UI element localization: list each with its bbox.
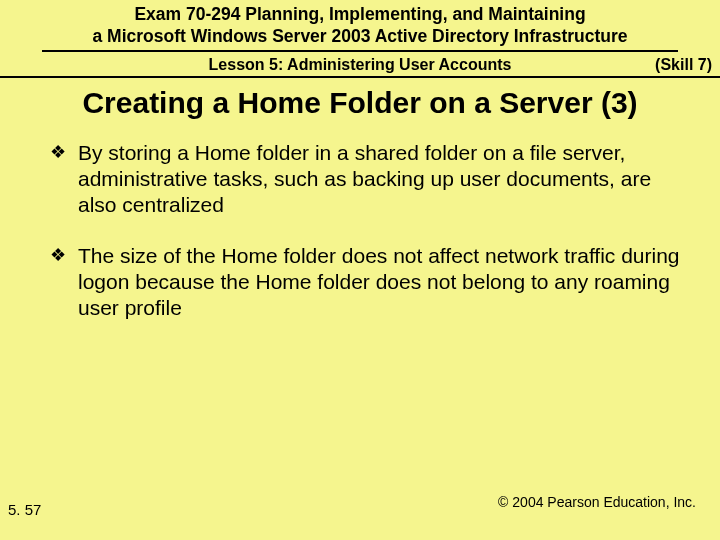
list-item: ❖ The size of the Home folder does not a…	[50, 243, 680, 322]
copyright-text: © 2004 Pearson Education, Inc.	[498, 494, 696, 510]
slide-header: Exam 70-294 Planning, Implementing, and …	[0, 0, 720, 52]
bullet-list: ❖ By storing a Home folder in a shared f…	[50, 140, 680, 322]
header-line2: a Microsoft Windows Server 2003 Active D…	[92, 26, 627, 50]
slide-title: Creating a Home Folder on a Server (3)	[0, 86, 720, 120]
diamond-bullet-icon: ❖	[50, 140, 78, 165]
header-line1: Exam 70-294 Planning, Implementing, and …	[0, 4, 720, 26]
diamond-bullet-icon: ❖	[50, 243, 78, 268]
slide-subheader: Lesson 5: Administering User Accounts (S…	[0, 52, 720, 78]
page-number: 5. 57	[8, 501, 41, 518]
bullet-text: The size of the Home folder does not aff…	[78, 243, 680, 322]
list-item: ❖ By storing a Home folder in a shared f…	[50, 140, 680, 219]
skill-label: (Skill 7)	[655, 56, 712, 74]
lesson-label: Lesson 5: Administering User Accounts	[209, 56, 512, 74]
bullet-text: By storing a Home folder in a shared fol…	[78, 140, 680, 219]
